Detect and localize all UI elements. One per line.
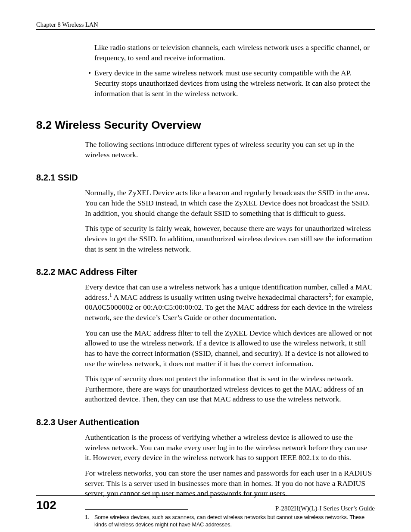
sec823-p1: Authentication is the process of verifyi… <box>85 432 375 463</box>
sec82-body: The following sections introduce differe… <box>85 140 375 160</box>
chapter-label: Chapter 8 Wireless LAN <box>36 21 98 28</box>
sec822-body: Every device that can use a wireless net… <box>85 282 375 404</box>
sec821-body: Normally, the ZyXEL Device acts like a b… <box>85 188 375 254</box>
heading-8-2: 8.2 Wireless Security Overview <box>36 118 375 132</box>
sec823-p2: For wireless networks, you can store the… <box>85 468 375 499</box>
page-number: 102 <box>36 498 56 512</box>
sec82-para: The following sections introduce differe… <box>85 140 375 160</box>
footnote-1-num: 1. <box>85 514 94 529</box>
sec823-body: Authentication is the process of verifyi… <box>85 432 375 499</box>
page-header: Chapter 8 Wireless LAN <box>36 21 375 30</box>
footnote-1-text: Some wireless devices, such as scanners,… <box>94 514 375 529</box>
footnote-1: 1. Some wireless devices, such as scanne… <box>85 514 375 529</box>
sec822-p2: You can use the MAC address filter to te… <box>85 328 375 369</box>
sec821-p2: This type of security is fairly weak, ho… <box>85 224 375 254</box>
page-footer: 102 P-2802H(W)(L)-I Series User’s Guide <box>36 495 375 512</box>
sec821-p1: Normally, the ZyXEL Device acts like a b… <box>85 188 375 218</box>
intro-bullets: Every device in the same wireless networ… <box>85 68 375 99</box>
intro-block: Like radio stations or television channe… <box>85 43 375 99</box>
sec822-p1-mid: A MAC address is usually written using t… <box>112 293 329 302</box>
heading-8-2-2: 8.2.2 MAC Address Filter <box>36 267 375 277</box>
page: Chapter 8 Wireless LAN Like radio statio… <box>0 0 411 532</box>
intro-bullet-security: Every device in the same wireless networ… <box>85 68 375 99</box>
guide-title: P-2802H(W)(L)-I Series User’s Guide <box>275 505 375 512</box>
sec822-p3: This type of security does not protect t… <box>85 374 375 404</box>
heading-8-2-3: 8.2.3 User Authentication <box>36 417 375 427</box>
intro-channel-para: Like radio stations or television channe… <box>94 43 375 63</box>
footnotes: 1. Some wireless devices, such as scanne… <box>85 514 375 532</box>
sec822-p1: Every device that can use a wireless net… <box>85 282 375 323</box>
heading-8-2-1: 8.2.1 SSID <box>36 173 375 183</box>
